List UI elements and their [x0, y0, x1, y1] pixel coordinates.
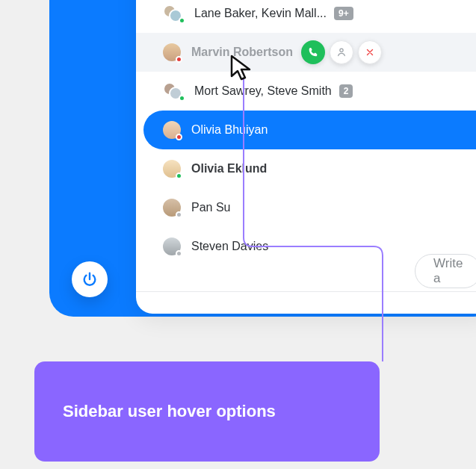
contact-row-selected[interactable]: Olivia Bhuiyan: [143, 111, 476, 149]
contact-name: Lane Baker, Kevin Mall...: [194, 7, 327, 20]
contact-row[interactable]: Pan Su: [136, 188, 476, 227]
avatar-group: [163, 82, 184, 100]
compose-input[interactable]: Write a: [415, 254, 476, 288]
avatar: [163, 43, 181, 61]
avatar-group: [163, 4, 184, 22]
dismiss-button[interactable]: [358, 40, 382, 64]
avatar: [163, 237, 181, 255]
list-divider: [136, 291, 476, 292]
phone-icon: [307, 46, 319, 58]
contact-row-group[interactable]: Lane Baker, Kevin Mall... 9+: [136, 0, 476, 33]
avatar: [163, 160, 181, 178]
contact-name: Marvin Robertson: [191, 46, 293, 59]
person-icon: [336, 46, 347, 58]
svg-point-0: [340, 49, 343, 52]
profile-button[interactable]: [330, 40, 353, 64]
annotation-callout: Sidebar user hover options: [34, 361, 380, 462]
contact-name: Steven Davies: [191, 240, 268, 253]
contact-name: Pan Su: [191, 201, 230, 214]
contact-name: Olivia Bhuiyan: [191, 123, 268, 137]
unread-badge: 9+: [334, 7, 353, 20]
hover-actions: [301, 40, 382, 64]
avatar: [163, 199, 181, 217]
power-icon: [81, 271, 98, 288]
contact-row-group[interactable]: Mort Sawrey, Steve Smith 2: [136, 72, 476, 111]
contact-row-hovered[interactable]: Marvin Robertson: [136, 33, 476, 72]
contact-row[interactable]: Olivia Eklund: [136, 149, 476, 188]
compose-placeholder: Write a: [433, 256, 463, 286]
contacts-list: Lane Baker, Kevin Mall... 9+ Marvin Robe…: [136, 0, 476, 266]
contact-name: Mort Sawrey, Steve Smith: [194, 84, 332, 98]
call-button[interactable]: [301, 40, 325, 64]
contact-name: Olivia Eklund: [191, 162, 267, 176]
callout-text: Sidebar user hover options: [63, 402, 276, 421]
close-icon: [365, 47, 375, 58]
avatar: [163, 121, 181, 139]
power-button[interactable]: [72, 261, 108, 297]
unread-badge: 2: [339, 84, 353, 98]
